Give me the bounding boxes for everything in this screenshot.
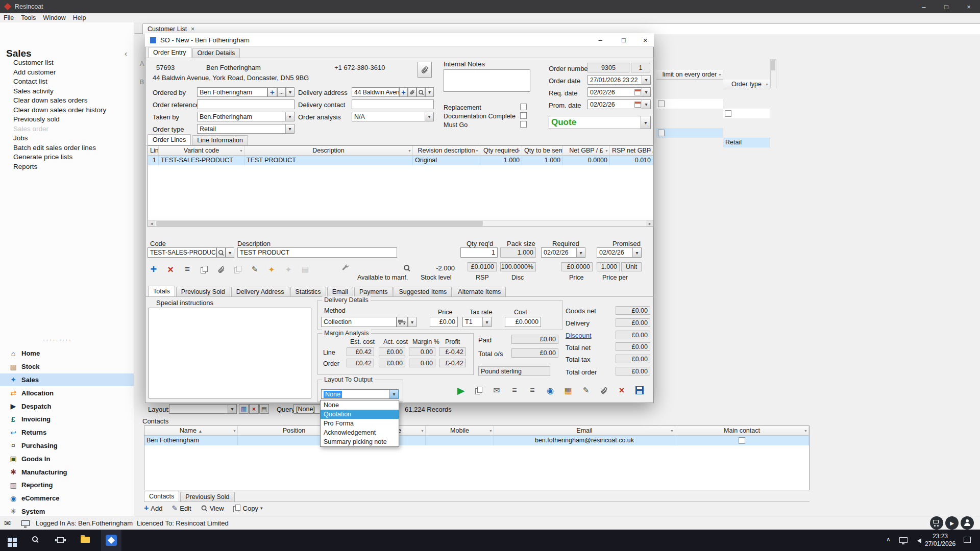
sidebar-item-previously-sold[interactable]: Previously sold — [13, 115, 106, 124]
nav-item-goods-in[interactable]: ▣Goods In — [0, 452, 134, 465]
price-wizard-button[interactable]: ✦ — [264, 262, 279, 277]
line-attachment-button[interactable] — [213, 262, 229, 277]
order-lines-report-button[interactable]: ≡ — [507, 383, 522, 397]
tab-email[interactable]: Email — [327, 287, 353, 296]
cancel-order-button[interactable]: × — [614, 383, 629, 397]
order-reference-input[interactable] — [197, 99, 295, 109]
dropdown-icon[interactable] — [285, 124, 294, 133]
delivery-cost-input[interactable]: £0.0000 — [505, 317, 541, 327]
nav-item-reporting[interactable]: ▥Reporting — [0, 479, 134, 492]
tray-volume-icon[interactable] — [915, 537, 921, 545]
user-button[interactable] — [961, 516, 974, 530]
line-description-input[interactable]: TEST PRODUCT — [237, 247, 397, 258]
grid-horizontal-scrollbar[interactable]: ◂ ▸ — [148, 220, 653, 227]
col-description[interactable]: Description — [244, 146, 413, 156]
address-dropdown-button[interactable] — [425, 87, 434, 97]
tax-rate-select[interactable]: T1 — [462, 317, 492, 327]
sidebar-item-jobs[interactable]: Jobs — [13, 134, 106, 143]
basket-button[interactable] — [930, 516, 943, 530]
dropdown-icon[interactable] — [228, 405, 236, 413]
nav-item-sales[interactable]: ✦Sales — [0, 373, 134, 387]
add-contact-button[interactable]: + — [267, 87, 277, 97]
col-qty-to-be-sent[interactable]: Qty to be sent — [522, 146, 563, 156]
delete-line-button[interactable]: × — [163, 262, 178, 277]
code-search-button[interactable] — [216, 247, 226, 258]
tab-close-icon[interactable]: × — [191, 24, 194, 34]
add-address-button[interactable]: + — [399, 87, 408, 97]
layout-grid-button[interactable]: ▦ — [239, 404, 249, 414]
sidebar-item-add-customer[interactable]: Add customer — [13, 68, 106, 78]
menu-help[interactable]: Help — [69, 14, 90, 21]
order-grid-button[interactable]: ▦ — [560, 383, 576, 397]
layout-checklist-button[interactable]: ▤ — [259, 404, 269, 414]
order-line-row[interactable]: 1 TEST-SALES-PRODUCT TEST PRODUCT Origin… — [148, 156, 653, 165]
col-qty-required[interactable]: Qty required — [480, 146, 522, 156]
special-price-button[interactable]: ✦ — [281, 262, 296, 277]
line-note-button[interactable]: ✎ — [247, 262, 262, 277]
dropdown-option-quotation[interactable]: Quotation — [321, 410, 399, 419]
dropdown-option-acknowledgement[interactable]: Acknowledgement — [321, 428, 399, 437]
maximize-button[interactable]: □ — [935, 0, 958, 13]
order-attachment-button[interactable] — [596, 383, 611, 397]
tab-contacts[interactable]: Contacts — [144, 491, 179, 502]
tab-totals[interactable]: Totals — [148, 286, 175, 296]
nav-item-stock[interactable]: ▦Stock — [0, 360, 134, 373]
layout-delete-button[interactable]: × — [249, 404, 259, 414]
sidebar-item-generate-price-lists[interactable]: Generate price lists — [13, 153, 106, 162]
order-type-select[interactable]: Retail — [197, 124, 295, 134]
must-go-checkbox[interactable] — [520, 121, 527, 128]
taskbar-search-button[interactable] — [32, 536, 39, 544]
dropdown-icon[interactable] — [642, 100, 650, 109]
line-list-button[interactable]: ≡ — [180, 262, 195, 277]
scroll-left-icon[interactable]: ◂ — [148, 220, 155, 227]
dropdown-icon[interactable] — [641, 116, 650, 129]
dropdown-icon[interactable] — [425, 112, 433, 121]
calendar-icon[interactable] — [634, 102, 641, 109]
action-center-icon[interactable] — [964, 537, 971, 543]
tray-display-icon[interactable] — [899, 537, 908, 544]
attachments-button[interactable] — [418, 62, 432, 78]
delivery-address-input[interactable]: 44 Baldwin Avenu — [352, 87, 399, 97]
add-contact-button[interactable]: +Add — [144, 504, 162, 513]
column-header-order-type[interactable]: Order type — [723, 80, 770, 89]
file-explorer-button[interactable] — [81, 537, 90, 544]
duplicate-line-button[interactable] — [230, 262, 246, 277]
order-summary-button[interactable]: ≡ — [525, 383, 540, 397]
sidebar-item-reports[interactable]: Reports — [13, 162, 106, 172]
go-button[interactable]: ▶ — [945, 516, 959, 530]
menu-window[interactable]: Window — [39, 14, 69, 21]
nav-item-purchasing[interactable]: ¤Purchasing — [0, 439, 134, 453]
tab-order-lines[interactable]: Order Lines — [148, 134, 191, 145]
ordered-by-dropdown-button[interactable] — [286, 87, 295, 97]
col-variant-code[interactable]: Variant code — [159, 146, 244, 156]
tab-previously-sold[interactable]: Previously Sold — [176, 287, 230, 296]
method-dropdown-button[interactable] — [408, 317, 416, 327]
resincoat-app-button[interactable] — [106, 535, 117, 547]
taken-by-select[interactable]: Ben.Fotheringham — [197, 112, 295, 121]
dropdown-icon[interactable] — [389, 390, 398, 398]
sidebar-divider[interactable]: ········· — [43, 336, 72, 343]
col-email[interactable]: Email — [494, 426, 675, 436]
method-select[interactable]: Collection — [321, 317, 397, 327]
column-header-limit[interactable]: limit on every order — [656, 70, 723, 80]
delivery-method-button[interactable] — [397, 317, 408, 327]
grid-vertical-scrollbar[interactable] — [770, 59, 776, 88]
contact-row[interactable]: Ben Fotheringham ben.fotheringham@resinc… — [144, 436, 809, 445]
col-name[interactable]: Name ▲ — [144, 426, 238, 436]
copy-contact-button[interactable]: Copy▾ — [233, 505, 263, 512]
add-line-button[interactable]: + — [146, 262, 161, 277]
filter-icon[interactable] — [718, 73, 722, 77]
col-revision-description[interactable]: Revision description — [413, 146, 480, 156]
sidebar-item-contact-list[interactable]: Contact list — [13, 77, 106, 87]
customer-row-order-type-cell[interactable]: Retail — [723, 138, 770, 147]
layout-select[interactable] — [169, 404, 237, 414]
order-minimize-button[interactable]: – — [590, 33, 610, 47]
scrollbar-thumb[interactable] — [156, 221, 483, 226]
copy-line-button[interactable] — [197, 262, 212, 277]
nav-item-invoicing[interactable]: £Invoicing — [0, 413, 134, 426]
sidebar-item-sales-activity[interactable]: Sales activity — [13, 87, 106, 96]
documentation-complete-checkbox[interactable] — [520, 112, 527, 119]
dropdown-icon[interactable] — [642, 76, 650, 84]
qty-reqd-input[interactable]: 1 — [460, 247, 498, 258]
order-maximize-button[interactable]: □ — [614, 33, 634, 47]
